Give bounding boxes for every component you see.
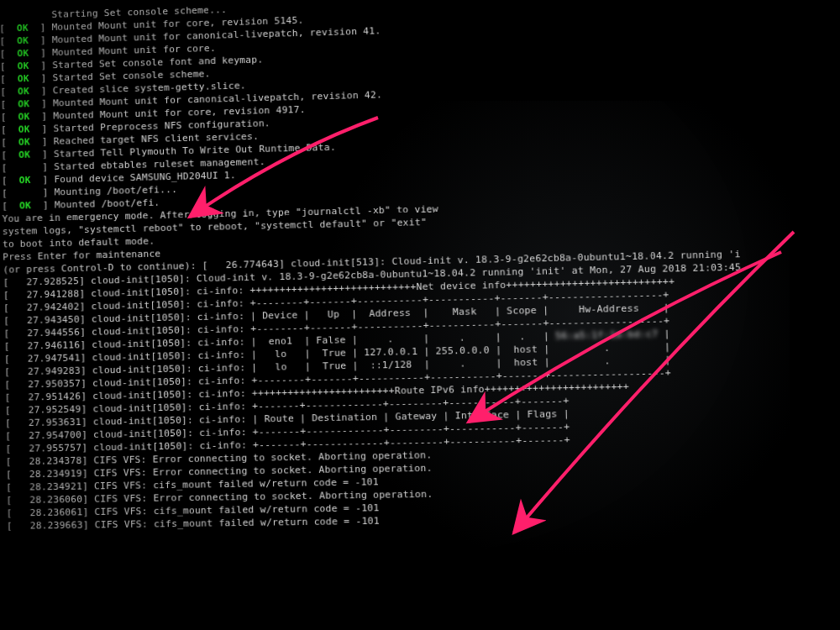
boot-console: Starting Set console scheme...[ OK ] Mou… (0, 0, 840, 533)
